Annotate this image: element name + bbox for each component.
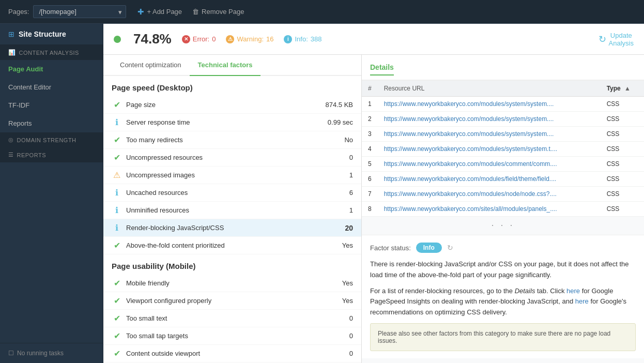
add-page-button[interactable]: ✚ + Add Page bbox=[132, 5, 187, 19]
sidebar-content-analysis-header: 📊 Content Analysis bbox=[0, 45, 103, 60]
factor-status-icon: ✔ bbox=[112, 135, 122, 145]
factor-status-label: Factor status: bbox=[370, 244, 411, 252]
factor-row[interactable]: ℹ Server response time 0.99 sec bbox=[103, 114, 361, 131]
factor-row[interactable]: ℹ Uncached resources 6 bbox=[103, 184, 361, 202]
details-tab-label[interactable]: Details bbox=[370, 60, 394, 75]
factor-status-icon: ℹ bbox=[112, 205, 122, 215]
factor-status-icon: ℹ bbox=[112, 117, 122, 127]
row-url: https://www.newyorkbakeryco.com/modules/… bbox=[378, 97, 601, 112]
page-speed-title: Page speed (Desktop) bbox=[103, 76, 361, 96]
factor-value: 0 bbox=[332, 154, 353, 161]
row-type: CSS bbox=[601, 112, 644, 127]
row-num: 5 bbox=[362, 157, 378, 172]
factor-value: 874.5 KB bbox=[326, 101, 354, 109]
sidebar-site-structure[interactable]: ⊞ Site Structure bbox=[0, 24, 103, 45]
sidebar-item-tf-idf[interactable]: TF-IDF bbox=[0, 96, 103, 114]
table-row[interactable]: 6 https://www.newyorkbakeryco.com/module… bbox=[362, 172, 644, 187]
factor-name: Too many redirects bbox=[126, 136, 332, 144]
factor-row[interactable]: ✔ Mobile friendly Yes bbox=[103, 275, 361, 292]
task-icon: ☐ bbox=[8, 350, 14, 357]
row-url: https://www.newyorkbakeryco.com/modules/… bbox=[378, 112, 601, 127]
row-type: CSS bbox=[601, 187, 644, 202]
table-row[interactable]: 7 https://www.newyorkbakeryco.com/module… bbox=[362, 187, 644, 202]
details-tab-header: Details bbox=[362, 55, 644, 81]
resource-link[interactable]: https://www.newyorkbakeryco.com/modules/… bbox=[384, 175, 556, 183]
factor-status-icon: ✔ bbox=[112, 296, 122, 306]
factor-status-icon: ✔ bbox=[112, 349, 122, 358]
trash-icon: 🗑 bbox=[192, 8, 199, 16]
sidebar-item-content-editor[interactable]: Content Editor bbox=[0, 78, 103, 96]
error-icon: ✕ bbox=[182, 35, 190, 43]
main-layout: ⊞ Site Structure 📊 Content Analysis Page… bbox=[0, 24, 644, 363]
score-dot bbox=[114, 36, 121, 43]
table-row[interactable]: 2 https://www.newyorkbakeryco.com/module… bbox=[362, 112, 644, 127]
factor-row[interactable]: ℹ Render-blocking JavaScript/CSS 20 bbox=[103, 219, 361, 237]
factor-value: Yes bbox=[332, 279, 353, 287]
factor-value: No bbox=[332, 136, 353, 144]
here-link-1[interactable]: here bbox=[566, 287, 580, 295]
resource-link[interactable]: https://www.newyorkbakeryco.com/modules/… bbox=[384, 160, 557, 168]
row-num: 4 bbox=[362, 142, 378, 157]
table-row[interactable]: 1 https://www.newyorkbakeryco.com/module… bbox=[362, 97, 644, 112]
sidebar-item-page-audit[interactable]: Page Audit bbox=[0, 60, 103, 78]
factor-row[interactable]: ⚠ Uncompressed images 1 bbox=[103, 167, 361, 184]
remove-page-button[interactable]: 🗑 Remove Page bbox=[187, 6, 249, 18]
error-badge: ✕ Error: 0 bbox=[182, 35, 216, 43]
refresh-icon: ↻ bbox=[599, 34, 606, 45]
resource-table-body: 1 https://www.newyorkbakeryco.com/module… bbox=[362, 97, 644, 217]
col-header-type[interactable]: Type ▲ bbox=[601, 81, 644, 97]
here-link-2[interactable]: here bbox=[575, 297, 589, 305]
table-row[interactable]: 3 https://www.newyorkbakeryco.com/module… bbox=[362, 127, 644, 142]
factor-row[interactable]: ✔ Page size 874.5 KB bbox=[103, 96, 361, 114]
refresh-small-icon[interactable]: ↻ bbox=[447, 244, 453, 252]
page-select[interactable]: /[homepage] bbox=[33, 5, 126, 18]
content-area: 74.8% ✕ Error: 0 ⚠ Warning: 16 i Info: 3… bbox=[103, 24, 644, 363]
factor-value: 0 bbox=[332, 314, 353, 322]
factor-row[interactable]: ✔ Viewport configured properly Yes bbox=[103, 292, 361, 310]
sidebar-domain-strength-header: ◎ Domain Strength bbox=[0, 132, 103, 147]
factor-note: Please also see other factors from this … bbox=[370, 323, 636, 351]
factor-value: Yes bbox=[332, 297, 353, 305]
left-panel: Content optimization Technical factors P… bbox=[103, 55, 362, 363]
factor-name: Content outside viewport bbox=[126, 350, 332, 357]
table-row[interactable]: 5 https://www.newyorkbakeryco.com/module… bbox=[362, 157, 644, 172]
row-type: CSS bbox=[601, 202, 644, 217]
resource-link[interactable]: https://www.newyorkbakeryco.com/modules/… bbox=[384, 115, 554, 123]
info-badge: i Info: 388 bbox=[284, 35, 321, 43]
panels: Content optimization Technical factors P… bbox=[103, 55, 644, 363]
sidebar-item-reports-sub[interactable]: Reports bbox=[0, 114, 103, 132]
resource-table: # Resource URL Type ▲ 1 https://www.newy… bbox=[362, 81, 644, 217]
col-header-num: # bbox=[362, 81, 378, 97]
factor-row[interactable]: ✔ Content outside viewport 0 bbox=[103, 345, 361, 362]
factor-name: Server response time bbox=[126, 118, 328, 126]
factor-name: Above-the-fold content prioritized bbox=[126, 241, 332, 249]
resource-link[interactable]: https://www.newyorkbakeryco.com/modules/… bbox=[384, 130, 554, 138]
page-select-wrapper[interactable]: /[homepage] bbox=[33, 5, 126, 18]
factor-name: Unminified resources bbox=[126, 206, 332, 214]
table-row[interactable]: 4 https://www.newyorkbakeryco.com/module… bbox=[362, 142, 644, 157]
tab-technical-factors[interactable]: Technical factors bbox=[190, 55, 261, 76]
factor-row[interactable]: ✔ Too small text 0 bbox=[103, 310, 361, 327]
factor-row[interactable]: ✔ Above-the-fold content prioritized Yes bbox=[103, 237, 361, 254]
tab-content-optimization[interactable]: Content optimization bbox=[112, 55, 190, 76]
factor-value: 6 bbox=[332, 189, 353, 196]
resource-link[interactable]: https://www.newyorkbakeryco.com/modules/… bbox=[384, 100, 554, 108]
factor-status-icon: ✔ bbox=[112, 153, 122, 162]
resource-link[interactable]: https://www.newyorkbakeryco.com/modules/… bbox=[384, 190, 557, 198]
table-row[interactable]: 8 https://www.newyorkbakeryco.com/sites/… bbox=[362, 202, 644, 217]
row-type: CSS bbox=[601, 127, 644, 142]
col-header-url: Resource URL bbox=[378, 81, 601, 97]
factor-row[interactable]: ✔ Too small tap targets 0 bbox=[103, 327, 361, 345]
resource-link[interactable]: https://www.newyorkbakeryco.com/sites/al… bbox=[384, 205, 557, 213]
factor-value: 0 bbox=[332, 332, 353, 340]
factor-value: 1 bbox=[332, 171, 353, 179]
factor-status-icon: ✔ bbox=[112, 331, 122, 341]
factor-row[interactable]: ✔ Too many redirects No bbox=[103, 131, 361, 149]
factor-status-section: Factor status: Info ↻ There is render-bl… bbox=[362, 235, 644, 358]
sidebar-reports-header: ☰ Reports bbox=[0, 147, 103, 162]
factor-row[interactable]: ✔ Uncompressed resources 0 bbox=[103, 149, 361, 167]
resource-link[interactable]: https://www.newyorkbakeryco.com/modules/… bbox=[384, 145, 557, 153]
update-analysis-button[interactable]: ↻ Update Analysis bbox=[599, 32, 634, 47]
factor-row[interactable]: ℹ Unminified resources 1 bbox=[103, 202, 361, 219]
row-url: https://www.newyorkbakeryco.com/modules/… bbox=[378, 187, 601, 202]
